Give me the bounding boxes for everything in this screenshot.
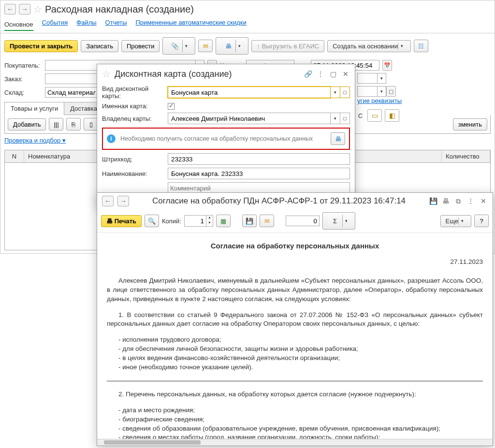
- copies-spinner[interactable]: ▲▼: [184, 215, 213, 227]
- tab-discounts[interactable]: Примененные автоматические скидки: [136, 19, 247, 31]
- buyer-label: Покупатель:: [4, 62, 42, 69]
- col-n: N: [5, 150, 24, 162]
- info-icon: i: [107, 134, 116, 143]
- more-dropdown[interactable]: Еще▾: [440, 215, 471, 227]
- right-select-2[interactable]: ▾: [357, 86, 386, 97]
- col-qty: Количество: [442, 150, 490, 162]
- doc-heading: Согласие на обработку персональных данны…: [107, 241, 483, 251]
- add-button[interactable]: Добавить: [8, 118, 46, 130]
- more-icon[interactable]: ⋮: [316, 70, 325, 78]
- tab-events[interactable]: События: [42, 19, 68, 31]
- dialog-title: Дисконтная карта (создание): [115, 69, 232, 79]
- link-icon[interactable]: 🔗: [304, 70, 312, 78]
- p3: 2. Перечень персональных данных, на обра…: [107, 390, 483, 399]
- create-based-dropdown[interactable]: Создать на основании▾: [327, 40, 411, 52]
- print-consent-button[interactable]: 🖶: [331, 132, 345, 145]
- h-scrollbar[interactable]: [97, 439, 493, 446]
- doc-header: ← → Согласие на обработку ПДн АСФР-АСФР-…: [97, 193, 493, 209]
- name-label: Наименование:: [102, 170, 165, 177]
- doc-title-text: Согласие на обработку ПДн АСФР-АСФР-1 от…: [133, 196, 425, 206]
- warning-text: Необходимо получить согласие на обработк…: [120, 135, 326, 143]
- print-button[interactable]: 🖶 Печать: [101, 215, 142, 227]
- save-doc-button[interactable]: 💾: [242, 215, 257, 227]
- bookmark-icon[interactable]: ◧: [385, 109, 399, 122]
- owner-input[interactable]: ▾▢: [168, 113, 350, 124]
- close-icon[interactable]: ✕: [341, 70, 350, 78]
- zero-input[interactable]: [286, 216, 320, 226]
- more-icon[interactable]: ⋮: [466, 197, 475, 205]
- forward-button[interactable]: →: [117, 196, 129, 206]
- report-button[interactable]: ☷: [414, 40, 428, 52]
- popout-icon[interactable]: ⧉: [454, 197, 463, 205]
- help-button[interactable]: ?: [474, 215, 489, 227]
- card-type-label: Вид дисконтной карты:: [102, 85, 165, 100]
- tab-reports[interactable]: Отчеты: [105, 19, 127, 31]
- name-input[interactable]: [168, 168, 350, 179]
- barcode-label: Штрихкод:: [102, 156, 165, 163]
- extra-icons: С ▭ ◧: [358, 109, 399, 122]
- barcode-icon[interactable]: |||: [49, 118, 63, 130]
- right-select-1[interactable]: ▾: [357, 73, 386, 84]
- c-label: С: [358, 112, 363, 119]
- card-icon-2[interactable]: ▯: [84, 118, 98, 130]
- copies-label: Копий:: [162, 217, 181, 225]
- post-and-close-button[interactable]: Провести и закрыть: [4, 40, 78, 52]
- dialog-header: ☆ Дисконтная карта (создание) 🔗 ⋮ ▢ ✕: [97, 64, 355, 84]
- owner-label: Владелец карты:: [102, 115, 165, 122]
- named-label: Именная карта:: [102, 102, 165, 110]
- preview-button[interactable]: 🔍: [145, 215, 159, 227]
- warehouse-label: Склад:: [4, 89, 42, 96]
- consent-document: ← → Согласие на обработку ПДн АСФР-АСФР-…: [97, 192, 493, 446]
- sigma-button[interactable]: Σ▾: [322, 212, 355, 230]
- page-title: Расходная накладная (создание): [45, 4, 194, 15]
- doc-body[interactable]: Согласие на обработку персональных данны…: [97, 233, 493, 439]
- back-button[interactable]: ←: [4, 4, 16, 14]
- print-icon[interactable]: 🖶: [441, 197, 450, 205]
- calendar-icon[interactable]: 📅: [382, 60, 392, 71]
- close-icon[interactable]: ✕: [479, 197, 488, 205]
- barcode-input[interactable]: [168, 153, 350, 165]
- change-button[interactable]: зменить: [453, 118, 487, 130]
- forward-button[interactable]: →: [19, 4, 30, 14]
- doc-date: 27.11.2023: [107, 258, 483, 267]
- card-icon[interactable]: ▭: [367, 109, 382, 122]
- p2: 1. В соответствии со статьей 9 Федеральн…: [107, 311, 483, 329]
- named-checkbox[interactable]: [168, 103, 175, 110]
- mail-doc-button[interactable]: ✉: [260, 215, 274, 227]
- p1: Алексеев Дмитрий Николаевич, именуемый в…: [107, 276, 483, 304]
- tab-main[interactable]: Основное: [4, 19, 33, 31]
- order-label: Заказ:: [4, 75, 42, 83]
- warehouse-input[interactable]: [45, 87, 98, 98]
- order-input[interactable]: [45, 73, 98, 84]
- star-icon[interactable]: ☆: [33, 3, 42, 15]
- card-type-input[interactable]: ▾▢: [168, 87, 350, 98]
- star-icon[interactable]: ☆: [102, 68, 111, 80]
- scanner-icon[interactable]: ⎘: [66, 118, 81, 130]
- other-requisites-link[interactable]: угие реквизиты: [357, 97, 402, 104]
- consent-warning: i Необходимо получить согласие на обрабо…: [102, 128, 350, 150]
- back-button[interactable]: ←: [102, 196, 114, 206]
- tab-goods[interactable]: Товары и услуги: [4, 102, 64, 115]
- main-toolbar: Провести и закрыть Записать Провести 📎▾ …: [0, 33, 495, 58]
- sheet-icon[interactable]: ▦: [216, 215, 231, 227]
- main-header: ← → ☆ Расходная накладная (создание): [0, 0, 495, 17]
- right-open-2[interactable]: ▢: [386, 86, 396, 97]
- tab-files[interactable]: Файлы: [76, 19, 96, 31]
- check-link[interactable]: Проверка и подбор ▾: [4, 137, 66, 144]
- top-tabs: Основное События Файлы Отчеты Примененны…: [0, 17, 495, 33]
- mail-button[interactable]: ✉: [198, 40, 213, 52]
- print-dropdown[interactable]: 🖶▾: [216, 37, 248, 55]
- attach-button[interactable]: 📎▾: [162, 37, 195, 55]
- save-icon[interactable]: 💾: [429, 197, 437, 205]
- doc-toolbar: 🖶 Печать 🔍 Копий: ▲▼ ▦ 💾 ✉ Σ▾ Еще▾ ?: [97, 209, 493, 233]
- egais-button[interactable]: ↑ Выгрузить в ЕГАИС: [251, 40, 324, 52]
- maximize-icon[interactable]: ▢: [329, 70, 337, 78]
- post-button[interactable]: Провести: [121, 40, 160, 52]
- discount-card-dialog: ☆ Дисконтная карта (создание) 🔗 ⋮ ▢ ✕ Ви…: [97, 64, 355, 207]
- save-button[interactable]: Записать: [81, 40, 118, 52]
